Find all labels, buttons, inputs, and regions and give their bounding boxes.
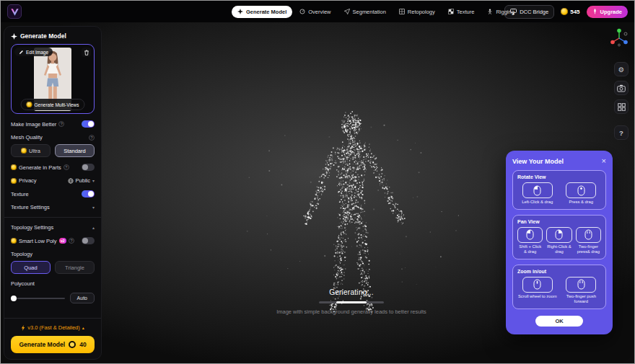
zoom-section: Zoom in/out Scroll wheel to zoom Two-fin… bbox=[512, 265, 606, 309]
credits-value: 545 bbox=[570, 9, 579, 15]
pan-view-section: Pan View Shift + Click & drag Right-Clic… bbox=[512, 215, 606, 259]
topology-triangle-button[interactable]: Triangle bbox=[55, 261, 95, 274]
rotate-view-section: Rotate View Left-Click & drag Press & dr… bbox=[512, 170, 606, 210]
orientation-gizmo[interactable] bbox=[608, 27, 630, 48]
grid-view-button[interactable] bbox=[614, 99, 629, 114]
tab-texture[interactable]: Texture bbox=[442, 6, 481, 18]
chevron-down-icon: ▾ bbox=[92, 178, 95, 183]
screenshot-button[interactable] bbox=[614, 81, 629, 95]
delete-image-button[interactable] bbox=[82, 48, 91, 57]
coin-icon bbox=[11, 178, 17, 184]
quality-ultra-button[interactable]: Ultra bbox=[11, 144, 51, 157]
camera-icon bbox=[617, 84, 626, 92]
texture-icon bbox=[448, 9, 454, 14]
tab-label: Segmentation bbox=[353, 9, 386, 15]
mesh-quality-options: Ultra Standard bbox=[11, 144, 95, 157]
edit-image-button[interactable]: Edit Image bbox=[14, 48, 53, 56]
tab-rigging[interactable]: Rigging bbox=[481, 6, 520, 18]
divider bbox=[4, 217, 101, 218]
tab-label: Generate Model bbox=[246, 9, 286, 15]
upgrade-label: Upgrade bbox=[600, 9, 622, 15]
make-image-better-row: Make Image Better ? bbox=[11, 120, 95, 128]
slider-knob[interactable] bbox=[11, 296, 17, 301]
panel-title: Generate Model bbox=[11, 32, 95, 40]
chevron-up-icon: ▴ bbox=[82, 325, 84, 330]
topology-settings-row[interactable]: Topology Settings ▴ bbox=[11, 224, 95, 231]
help-icon[interactable]: ? bbox=[58, 121, 64, 127]
generate-in-parts-row: Generate in Parts ? bbox=[11, 164, 95, 171]
sparkle-icon bbox=[11, 33, 17, 40]
coin-icon bbox=[26, 102, 32, 107]
input-image-card[interactable]: Edit Image Generate Multi-Views bbox=[11, 44, 95, 114]
help-icon[interactable]: ? bbox=[69, 238, 74, 244]
generate-model-panel: Generate Model bbox=[4, 26, 102, 360]
upgrade-button[interactable]: Upgrade bbox=[587, 6, 628, 18]
rigging-icon bbox=[487, 9, 493, 14]
tab-retopology[interactable]: Retopology bbox=[393, 6, 441, 18]
viewport-toolbar: ⚙ ? bbox=[614, 62, 629, 140]
rocket-icon bbox=[592, 9, 597, 14]
smart-low-poly-row: Smart Low Poly v2 ? bbox=[11, 237, 95, 244]
make-image-better-toggle[interactable] bbox=[82, 120, 95, 128]
retopology-icon bbox=[399, 9, 405, 14]
topology-options: Quad Triangle bbox=[11, 261, 95, 274]
mesh-quality-row: Mesh Quality ? bbox=[11, 134, 95, 141]
texture-toggle[interactable] bbox=[82, 190, 95, 197]
grid-icon bbox=[618, 103, 626, 111]
mouse-right-click-drag-icon bbox=[546, 227, 572, 243]
help-button[interactable]: ? bbox=[614, 125, 629, 140]
segmentation-icon bbox=[344, 9, 350, 14]
generate-multiviews-button[interactable]: Generate Multi-Views bbox=[20, 99, 84, 110]
question-icon: ? bbox=[619, 129, 623, 137]
generate-model-button[interactable]: Generate Model 40 bbox=[11, 336, 95, 353]
privacy-dropdown[interactable]: Public ▾ bbox=[68, 177, 95, 184]
top-bar: Generate Model Overview Segmentation Ret… bbox=[1, 1, 634, 22]
divider bbox=[4, 318, 101, 319]
sidebar-bottom: v3.0 (Fast & Detailed) ▴ Generate Model … bbox=[11, 311, 95, 353]
tab-label: Overview bbox=[308, 9, 330, 15]
generation-status: Generating... Image with simple backgrou… bbox=[236, 288, 467, 315]
hint-text: Image with simple background generally l… bbox=[236, 308, 467, 315]
header-right: DCC Bridge 545 Upgrade bbox=[504, 5, 628, 19]
mouse-left-click-drag-icon bbox=[522, 182, 553, 198]
coin-icon bbox=[11, 238, 17, 244]
touch-press-drag-icon bbox=[566, 182, 596, 198]
help-icon[interactable]: ? bbox=[89, 135, 95, 141]
topology-quad-button[interactable]: Quad bbox=[11, 261, 51, 274]
polycount-auto-button[interactable]: Auto bbox=[70, 293, 95, 303]
polycount-slider[interactable] bbox=[11, 298, 65, 299]
tab-overview[interactable]: Overview bbox=[294, 6, 336, 18]
privacy-row: Privacy Public ▾ bbox=[11, 177, 95, 184]
view-your-model-dialog: View Your Model × Rotate View Left-Click… bbox=[506, 151, 613, 334]
texture-row: Texture bbox=[11, 190, 95, 197]
shift-click-drag-icon bbox=[517, 227, 543, 243]
app-window: Generate Model Overview Segmentation Ret… bbox=[0, 0, 635, 364]
scroll-wheel-icon bbox=[522, 277, 553, 293]
two-finger-press-drag-icon bbox=[576, 227, 601, 243]
chevron-down-icon: ▾ bbox=[92, 205, 95, 210]
sparkle-icon bbox=[237, 9, 243, 14]
gear-icon: ⚙ bbox=[618, 66, 625, 74]
generate-in-parts-toggle[interactable] bbox=[82, 164, 95, 171]
app-logo-icon[interactable] bbox=[7, 4, 22, 19]
help-icon[interactable]: ? bbox=[64, 164, 69, 170]
main-nav: Generate Model Overview Segmentation Ret… bbox=[232, 6, 520, 18]
tab-segmentation[interactable]: Segmentation bbox=[338, 6, 392, 18]
close-icon[interactable]: × bbox=[602, 157, 606, 165]
coin-icon bbox=[21, 148, 27, 154]
tab-generate-model[interactable]: Generate Model bbox=[232, 6, 292, 18]
model-version-dropdown[interactable]: v3.0 (Fast & Detailed) ▴ bbox=[11, 324, 95, 331]
two-finger-push-icon bbox=[566, 277, 596, 293]
quality-standard-button[interactable]: Standard bbox=[55, 144, 95, 157]
credits-balance[interactable]: 545 bbox=[561, 8, 579, 15]
texture-settings-row[interactable]: Texture Settings ▾ bbox=[11, 204, 95, 210]
lightning-icon bbox=[21, 325, 25, 331]
viewport-settings-button[interactable]: ⚙ bbox=[614, 62, 629, 76]
pencil-icon bbox=[19, 50, 24, 55]
v2-badge: v2 bbox=[59, 238, 67, 244]
dialog-title: View Your Model bbox=[512, 158, 564, 165]
tab-label: Texture bbox=[457, 9, 475, 15]
progress-fill bbox=[336, 301, 367, 303]
ok-button[interactable]: OK bbox=[535, 316, 583, 327]
smart-low-poly-toggle[interactable] bbox=[82, 237, 95, 244]
